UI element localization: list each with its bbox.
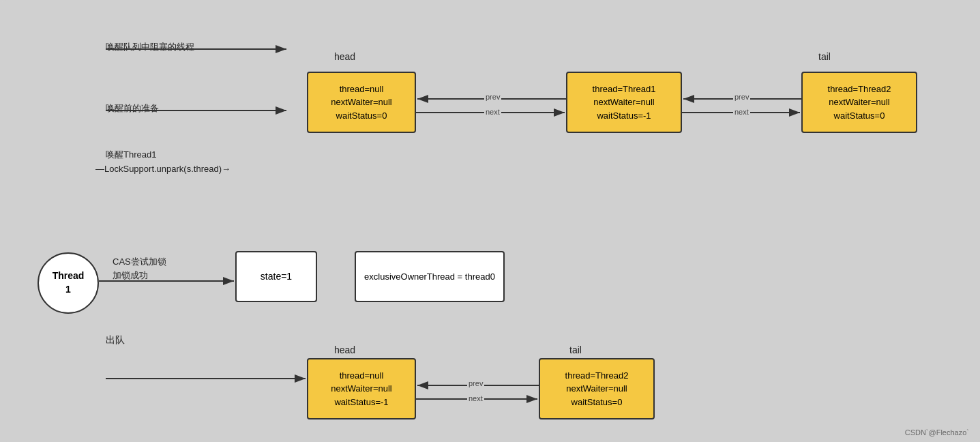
head-label-bottom: head [334,344,355,355]
label-wake-queue: 唤醒队列中阻塞的线程 [106,41,194,53]
top-node1: thread=null nextWaiter=null waitStatus=0 [307,72,416,133]
watermark: CSDN`@Flechazo` [905,428,969,437]
bottom-node1: thread=null nextWaiter=null waitStatus=-… [307,358,416,419]
cas-label2: 加锁成功 [113,269,148,282]
top-node3: thread=Thread2 nextWaiter=null waitStatu… [801,72,917,133]
owner-node: exclusiveOwnerThread = thread0 [355,251,505,302]
dequeue-label: 出队 [106,334,125,347]
tail-label-bottom: tail [569,344,582,355]
next-label-2: next [733,108,750,116]
top-node2: thread=Thread1 nextWaiter=null waitStatu… [566,72,682,133]
head-label-top: head [334,51,355,62]
label-wake-thread1: 唤醒Thread1 [106,149,156,161]
prev-label-bottom: prev [467,379,484,387]
arrows-svg [0,0,980,442]
next-label-bottom: next [467,394,484,402]
tail-label-top: tail [818,51,831,62]
label-locksupport: —LockSupport.unpark(s.thread)→ [95,164,231,174]
cas-label1: CAS尝试加锁 [113,256,166,268]
state-node: state=1 [235,251,317,302]
bottom-node2: thread=Thread2 nextWaiter=null waitStatu… [539,358,655,419]
prev-label-2: prev [733,93,750,101]
main-canvas: 唤醒队列中阻塞的线程 唤醒前的准备 唤醒Thread1 —LockSupport… [0,0,980,442]
thread-circle: Thread 1 [38,252,99,314]
next-label-1: next [484,108,501,116]
prev-label-1: prev [484,93,501,101]
label-prepare-wake: 唤醒前的准备 [106,102,159,115]
